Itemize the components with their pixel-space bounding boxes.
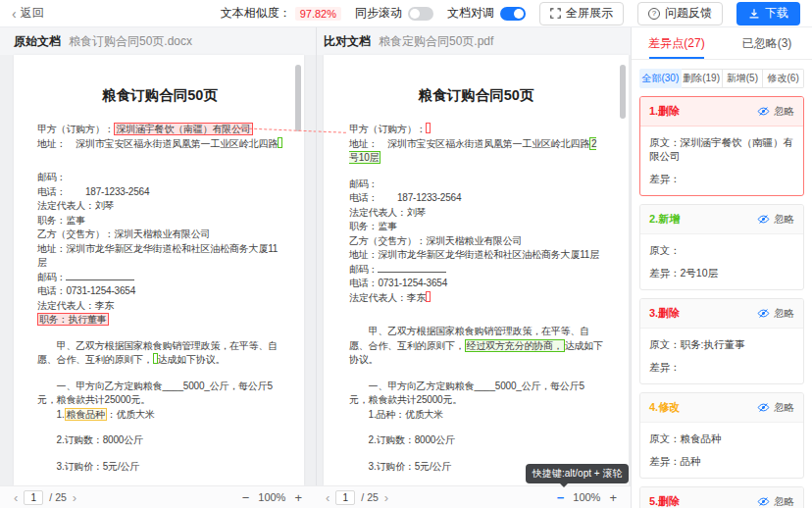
paragraph-1: 甲、乙双方根据国家粮食购销管理政策，在平等、自愿、合作、互利的原则下，经过双方充… bbox=[349, 325, 603, 368]
filter-modified[interactable]: 修改(6) bbox=[763, 69, 804, 88]
diff-card[interactable]: 2.新增 忽略 原文： 差异：2号10层 bbox=[639, 204, 804, 290]
ignore-button[interactable]: 忽略 bbox=[757, 401, 794, 415]
page-scrollbar[interactable] bbox=[295, 65, 301, 131]
ignore-button[interactable]: 忽略 bbox=[757, 213, 794, 227]
diff-card-title: 4.修改 bbox=[649, 400, 680, 415]
diff-card-title: 1.删除 bbox=[649, 104, 680, 119]
postcode-b-label: 邮码： bbox=[349, 264, 378, 275]
ignore-button[interactable]: 忽略 bbox=[757, 307, 794, 321]
address-a-line: 地址： 深圳市宝安区福永街道凤凰第一工业区岭北四路2号10层 bbox=[349, 137, 603, 166]
prev-page-button[interactable]: ‹ bbox=[326, 491, 330, 504]
page-scrollbar[interactable] bbox=[620, 65, 626, 119]
similarity-badge: 97.82% bbox=[295, 7, 341, 21]
paragraph-1-post: 达成如下协议。 bbox=[158, 354, 226, 365]
download-label: 下载 bbox=[765, 5, 788, 22]
toolbar-actions: 文本相似度： 97.82% 同步滚动 文档对调 全屏展示 ? 问题反馈 下载 bbox=[221, 2, 800, 25]
paragraph-2: 一、甲方向乙方定购粮食____5000_公斤，每公斤5元，粮食款共计25000元… bbox=[37, 380, 282, 408]
document-title: 粮食订购合同50页 bbox=[349, 86, 603, 105]
modified-text-highlight[interactable]: 粮食品种 bbox=[65, 408, 107, 421]
sync-scroll-group: 同步滚动 bbox=[355, 5, 433, 22]
deleted-text-highlight[interactable]: 职务：执行董事 bbox=[37, 313, 109, 326]
address-b-line: 地址：深圳市龙华新区龙华街道松和社区油松商务大厦11层 bbox=[349, 248, 603, 263]
item-2-line: 2.订购数：8000公斤 bbox=[349, 433, 603, 448]
diff-prefix: 差异： bbox=[649, 361, 681, 373]
next-page-button[interactable]: › bbox=[73, 491, 76, 504]
compare-doc-footer: ‹ 1 / 25 › − 100% + bbox=[316, 485, 631, 508]
diff-row: 差异： bbox=[649, 360, 794, 374]
compare-doc-filename: 粮食定购合同50页.pdf bbox=[379, 33, 493, 50]
duty-a-line: 职务：监事 bbox=[349, 220, 603, 234]
next-page-button[interactable]: › bbox=[384, 491, 388, 504]
phone-b-line: 电话：0731-1254-3654 bbox=[37, 284, 282, 299]
delete-marker-red bbox=[426, 291, 431, 302]
page-total: / 25 bbox=[49, 491, 67, 503]
diff-prefix: 差异： bbox=[649, 267, 681, 279]
zoom-in-button[interactable]: + bbox=[609, 490, 617, 505]
feedback-button[interactable]: ? 问题反馈 bbox=[637, 2, 723, 25]
diff-card-body: 原文：粮食品种 差异：品种 bbox=[640, 423, 803, 478]
original-prefix: 原文： bbox=[649, 244, 681, 256]
postcode-b-line: 邮码： bbox=[349, 263, 603, 278]
eye-invisible-icon bbox=[757, 213, 770, 226]
question-circle-icon: ? bbox=[648, 8, 660, 20]
original-prefix: 原文： bbox=[649, 338, 681, 350]
compare-doc-label: 比对文档 bbox=[324, 33, 371, 50]
original-value: 粮食品种 bbox=[681, 432, 722, 444]
diff-card[interactable]: 3.删除 忽略 原文：职务:执行董事 差异： bbox=[639, 298, 804, 384]
ignore-button[interactable]: 忽略 bbox=[757, 105, 794, 119]
eye-invisible-icon bbox=[757, 495, 770, 508]
tab-ignored[interactable]: 已忽略(3) bbox=[722, 27, 812, 59]
diff-card-header: 2.新增 忽略 bbox=[640, 205, 803, 234]
zoom-out-button[interactable]: − bbox=[242, 490, 250, 505]
legal-rep-a-line: 法定代表人：刘琴 bbox=[37, 199, 282, 214]
added-text-highlight[interactable]: 经过双方充分的协商， bbox=[465, 339, 565, 352]
deleted-text-highlight[interactable]: 深圳涵宇餐饮（南疆）有限公司 bbox=[114, 123, 252, 135]
compare-document-page[interactable]: 粮食订购合同50页 甲方（订购方）： 地址： 深圳市宝安区福永街道凤凰第一工业区… bbox=[324, 55, 629, 485]
diff-card[interactable]: 4.修改 忽略 原文：粮食品种 差异：品种 bbox=[639, 392, 804, 479]
address-b-line: 地址：深圳市龙华新区龙华街道松和社区油松商务大厦11层 bbox=[37, 242, 282, 271]
filter-deleted[interactable]: 删除(19) bbox=[682, 69, 723, 88]
blank-underline bbox=[378, 264, 446, 273]
page-number-input[interactable]: 1 bbox=[335, 490, 355, 505]
page-number-input[interactable]: 1 bbox=[24, 490, 43, 505]
similarity-group: 文本相似度： 97.82% bbox=[221, 5, 341, 22]
fullscreen-button[interactable]: 全屏展示 bbox=[539, 2, 624, 25]
zoom-out-button[interactable]: − bbox=[557, 490, 565, 505]
swap-docs-toggle[interactable] bbox=[500, 7, 526, 21]
duty-b-line: 职务：执行董事 bbox=[37, 313, 282, 328]
tab-differences[interactable]: 差异点(27) bbox=[632, 27, 722, 59]
original-doc-header: 原始文档 粮食订购合同50页.docx bbox=[0, 33, 316, 50]
pager: ‹ 1 / 25 › bbox=[14, 490, 76, 505]
party-a-line: 甲方（订购方）： bbox=[349, 123, 603, 137]
prev-page-button[interactable]: ‹ bbox=[14, 491, 18, 504]
sync-scroll-toggle[interactable] bbox=[408, 7, 433, 21]
ignore-label: 忽略 bbox=[774, 105, 794, 119]
diff-card[interactable]: 1.删除 忽略 原文：深圳涵宇餐饮（南疆）有限公司 差异： bbox=[639, 96, 804, 196]
original-row: 原文：职务:执行董事 bbox=[649, 337, 794, 351]
party-a-label: 甲方（订购方）： bbox=[37, 124, 114, 134]
filter-added[interactable]: 新增(5) bbox=[723, 69, 764, 88]
download-button[interactable]: 下载 bbox=[736, 2, 800, 25]
eye-invisible-icon bbox=[757, 401, 770, 414]
ignore-label: 忽略 bbox=[774, 495, 794, 508]
zoom-controls: − 100% + bbox=[242, 490, 302, 505]
back-label: 返回 bbox=[21, 5, 44, 22]
item-3-line: 3.订购价：5元/公斤 bbox=[37, 460, 282, 475]
diff-card[interactable]: 5.删除 忽略 原文：根据条款规定 差异： bbox=[639, 486, 804, 508]
original-row: 原文：深圳涵宇餐饮（南疆）有限公司 bbox=[649, 135, 794, 163]
party-b-line: 乙方（交售方）：深圳天楷粮业有限公司 bbox=[349, 234, 603, 249]
zoom-shortcut-tooltip: 快捷键:alt/opt + 滚轮 bbox=[526, 464, 629, 483]
postcode-b-label: 邮码： bbox=[37, 272, 66, 282]
diff-card-title: 2.新增 bbox=[649, 212, 680, 227]
toggle-knob bbox=[410, 9, 420, 19]
filter-all[interactable]: 全部(30) bbox=[639, 69, 682, 88]
postcode-b-line: 邮码： bbox=[37, 271, 282, 285]
back-button[interactable]: ‹ 返回 bbox=[12, 5, 44, 22]
original-document-page[interactable]: 粮食订购合同50页 甲方（订购方）：深圳涵宇餐饮（南疆）有限公司 地址： 深圳市… bbox=[14, 55, 304, 485]
ignore-button[interactable]: 忽略 bbox=[757, 495, 794, 508]
diff-prefix: 差异： bbox=[649, 173, 681, 184]
zoom-in-button[interactable]: + bbox=[294, 490, 302, 505]
diff-row: 差异：品种 bbox=[649, 454, 794, 468]
diff-card-header: 1.删除 忽略 bbox=[640, 97, 803, 127]
zoom-level: 100% bbox=[258, 491, 285, 503]
